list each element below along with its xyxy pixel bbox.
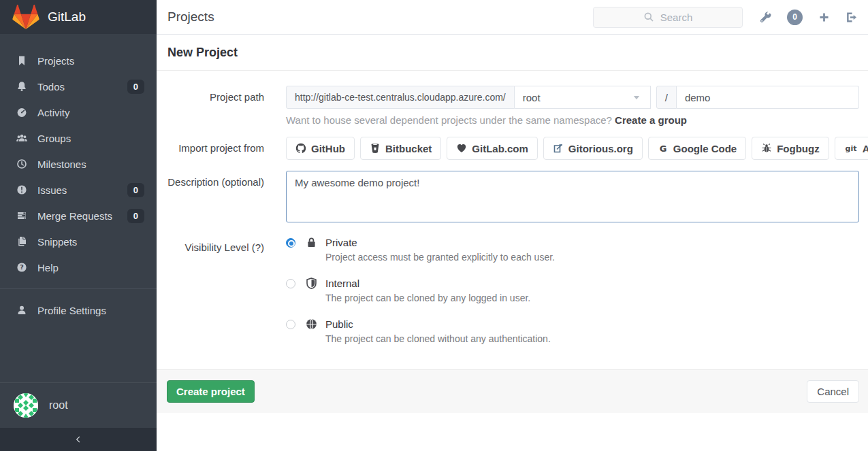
namespace-select[interactable]: root <box>515 86 651 109</box>
visibility-option-name[interactable]: Public <box>325 318 551 331</box>
cancel-button[interactable]: Cancel <box>807 380 859 403</box>
import-button-label: Gitorious.org <box>568 143 633 154</box>
import-button-label: GitLab.com <box>472 143 528 154</box>
form-actions: Create project Cancel <box>157 369 868 413</box>
namespace-hint-row: Want to house several dependent projects… <box>167 114 859 126</box>
git-logo-icon: git <box>844 143 858 154</box>
visibility-option-name[interactable]: Private <box>325 236 555 249</box>
sidebar-item-projects[interactable]: Projects <box>0 48 157 73</box>
gitlab-tanuki-logo-icon <box>12 3 39 31</box>
import-button-fogbugz[interactable]: Fogbugz <box>752 137 829 160</box>
description-textarea[interactable]: My awesome demo project! <box>286 171 859 222</box>
username: root <box>49 399 68 412</box>
create-group-link[interactable]: Create a group <box>615 114 687 126</box>
search-icon <box>643 12 654 22</box>
sidebar-item-label: Groups <box>37 133 71 144</box>
import-button-bitbucket[interactable]: Bitbucket <box>360 137 441 160</box>
sidebar: GitLab ProjectsTodos0ActivityGroupsMiles… <box>0 0 157 451</box>
page-header-title: Projects <box>167 10 214 24</box>
import-button-label: Bitbucket <box>385 143 432 154</box>
svg-text:G: G <box>660 144 667 154</box>
gitlab-app: GitLab ProjectsTodos0ActivityGroupsMiles… <box>0 0 868 451</box>
sidebar-item-activity[interactable]: Activity <box>0 99 157 125</box>
sidebar-divider <box>0 288 157 289</box>
sidebar-item-issues[interactable]: Issues0 <box>0 177 157 203</box>
users-icon <box>16 133 28 144</box>
question-icon: ? <box>16 262 28 273</box>
sidebar-item-profile-settings[interactable]: Profile Settings <box>0 297 157 323</box>
radio-public[interactable] <box>286 320 295 329</box>
bookmark-icon <box>16 55 28 66</box>
wrench-icon <box>760 12 771 23</box>
import-button-gitorious-org[interactable]: Gitorious.org <box>543 137 643 160</box>
search-input[interactable]: Search <box>593 7 743 28</box>
project-path-row: Project path http://gitlab-ce-test.centr… <box>167 86 859 109</box>
import-button-label: Google Code <box>673 143 737 154</box>
project-name-input[interactable] <box>677 86 859 109</box>
radio-private[interactable] <box>286 238 295 248</box>
google-g-icon: G <box>658 143 669 154</box>
topbar: Projects Search 0 <box>157 0 868 35</box>
sidebar-item-label: Milestones <box>37 158 86 170</box>
import-button-google-code[interactable]: GGoogle Code <box>648 137 746 160</box>
import-button-gitlab-com[interactable]: GitLab.com <box>447 137 538 160</box>
sidebar-item-label: Projects <box>37 55 74 67</box>
visibility-option-public: PublicThe project can be cloned without … <box>286 318 859 344</box>
sidebar-brand[interactable]: GitLab <box>0 0 157 34</box>
visibility-label: Visibility Level <box>185 241 249 253</box>
snippet-icon <box>16 236 28 247</box>
namespace-hint-text: Want to house several dependent projects… <box>286 114 612 126</box>
path-separator-addon: / <box>656 86 677 109</box>
description-row: Description (optional) My awesome demo p… <box>167 171 859 225</box>
bitbucket-icon <box>370 143 381 154</box>
radio-internal[interactable] <box>286 279 295 288</box>
sidebar-item-label: Snippets <box>37 236 77 248</box>
avatar <box>14 393 38 418</box>
sidebar-nav: ProjectsTodos0ActivityGroupsMilestonesIs… <box>0 48 157 323</box>
new-project-form: Project path http://gitlab-ce-test.centr… <box>157 71 868 413</box>
import-button-any-repo-by-url[interactable]: gitAny repo by URL <box>835 137 868 160</box>
sidebar-item-help[interactable]: ?Help <box>0 254 157 280</box>
sidebar-item-label: Help <box>37 262 59 273</box>
visibility-row: Visibility Level (?) PrivateProject acce… <box>167 236 859 358</box>
visibility-option-description: Project access must be granted explicitl… <box>325 252 555 263</box>
sign-out-button[interactable] <box>846 12 857 23</box>
visibility-option-name[interactable]: Internal <box>325 277 530 290</box>
brand-name: GitLab <box>48 10 86 24</box>
import-button-github[interactable]: GitHub <box>286 137 355 160</box>
new-project-plus-button[interactable] <box>818 12 830 23</box>
caret-down-icon <box>631 92 642 103</box>
import-button-label: GitHub <box>311 143 345 154</box>
sidebar-item-label: Merge Requests <box>37 210 112 222</box>
sidebar-item-groups[interactable]: Groups <box>0 125 157 151</box>
visibility-option-description: The project can be cloned by any logged … <box>325 293 530 303</box>
bell-icon <box>16 81 28 92</box>
project-path-label: Project path <box>167 86 286 103</box>
clock-icon <box>16 158 28 169</box>
namespace-selected-value: root <box>523 92 541 103</box>
import-label: Import project from <box>167 137 286 154</box>
topbar-icons: 0 <box>760 10 857 25</box>
sidebar-item-milestones[interactable]: Milestones <box>0 151 157 177</box>
exclamation-icon <box>16 184 28 195</box>
sidebar-item-merge-requests[interactable]: Merge Requests0 <box>0 203 157 229</box>
import-button-label: Fogbugz <box>777 143 819 154</box>
todos-count-badge[interactable]: 0 <box>787 10 803 25</box>
search-placeholder: Search <box>660 12 693 23</box>
admin-wrench-button[interactable] <box>760 12 771 23</box>
content: New Project Project path http://gitlab-c… <box>157 35 868 413</box>
svg-text:?: ? <box>20 263 24 271</box>
sidebar-item-label: Profile Settings <box>37 305 106 316</box>
visibility-option-private: PrivateProject access must be granted ex… <box>286 236 859 263</box>
sidebar-collapse-button[interactable] <box>0 428 157 451</box>
sidebar-item-snippets[interactable]: Snippets <box>0 229 157 254</box>
create-project-button[interactable]: Create project <box>167 380 255 403</box>
svg-text:git: git <box>845 144 856 153</box>
visibility-help-link[interactable]: (?) <box>252 241 264 253</box>
description-label: Description (optional) <box>167 171 286 188</box>
url-prefix-addon: http://gitlab-ce-test.centralus.cloudapp… <box>286 86 515 109</box>
main-area: Projects Search 0 New Project Project pa… <box>157 0 868 451</box>
sidebar-user[interactable]: root <box>0 382 157 428</box>
sign-out-icon <box>846 12 857 23</box>
sidebar-item-todos[interactable]: Todos0 <box>0 73 157 99</box>
